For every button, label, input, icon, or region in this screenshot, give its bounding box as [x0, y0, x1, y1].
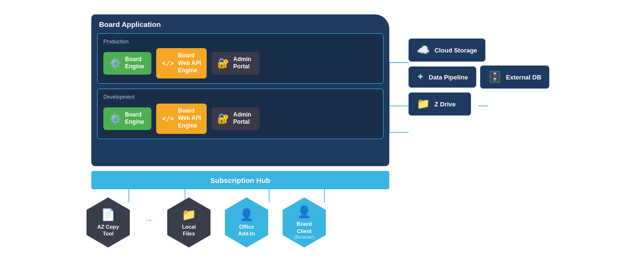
local-files-icon: 📁 [182, 208, 196, 221]
subscription-hub: Subscription Hub [91, 171, 389, 189]
admin-portal-prod: 🔐 AdminPortal [211, 52, 260, 75]
z-drive-label: Z Drive [434, 101, 456, 108]
board-client-sublabel: (Browser) [294, 234, 314, 240]
admin-portal-dev-label: AdminPortal [233, 111, 251, 126]
az-copy-hex[interactable]: 📄 AZ CopyTool [87, 197, 130, 247]
board-client-icon: 👤 [297, 205, 311, 219]
development-label: Development [103, 94, 377, 100]
office-addin-hex[interactable]: 👤 OfficeAdd-In [225, 197, 268, 247]
az-copy-icon: 📄 [101, 208, 115, 221]
shield-icon-dev: 🔐 [217, 114, 229, 123]
cloud-storage-box: ☁️ Cloud Storage [409, 39, 485, 62]
production-label: Production [103, 39, 377, 44]
office-addin-icon: 👤 [239, 208, 254, 221]
database-icon: 🗄️ [488, 71, 501, 83]
external-db-box: 🗄️ External DB [480, 65, 550, 89]
office-addin-wrapper: 👤 OfficeAdd-In [225, 197, 268, 247]
az-copy-wrapper: 📄 AZ CopyTool [87, 197, 130, 247]
web-api-dev-label: BoardWeb APIEngine [178, 107, 201, 130]
az-copy-arrow: → [144, 215, 153, 225]
board-application-title: Board Application [99, 20, 384, 28]
folder-icon: 📁 [417, 98, 430, 110]
board-engine-prod: ⚙️ BoardEngine [103, 52, 151, 75]
code-icon-dev: </> [162, 115, 174, 122]
z-drive-row: 📁 Z Drive [409, 92, 549, 116]
board-client-hex[interactable]: 👤 BoardClient (Browser) [283, 197, 326, 247]
board-engine-dev: ⚙️ BoardEngine [103, 107, 151, 130]
right-side-boxes: ☁️ Cloud Storage ✦ Data Pipeline 🗄️ Exte… [409, 39, 549, 116]
development-env-box: Development ⚙️ BoardEngine </> BoardWeb … [97, 89, 384, 139]
cloud-icon: ☁️ [417, 44, 430, 56]
development-components-row: ⚙️ BoardEngine </> BoardWeb APIEngine 🔐 … [103, 104, 377, 134]
pipeline-icon: ✦ [417, 72, 424, 82]
office-addin-label: OfficeAdd-In [238, 223, 255, 237]
hex-row: 📄 AZ CopyTool → 📁 LocalFiles 👤 OfficeAdd… [87, 197, 326, 247]
board-application-box: Board Application Production ⚙️ BoardEng… [91, 14, 389, 166]
local-files-label: LocalFiles [182, 223, 196, 237]
diagram-container: Board Application Production ⚙️ BoardEng… [58, 10, 586, 250]
z-drive-box: 📁 Z Drive [409, 92, 471, 116]
board-client-wrapper: 👤 BoardClient (Browser) [283, 197, 326, 247]
subscription-hub-label: Subscription Hub [211, 176, 271, 184]
local-files-hex[interactable]: 📁 LocalFiles [167, 197, 211, 247]
az-copy-label: AZ CopyTool [97, 223, 119, 237]
data-pipeline-label: Data Pipeline [429, 74, 468, 81]
board-engine-prod-label: BoardEngine [125, 56, 144, 71]
admin-portal-prod-label: AdminPortal [233, 56, 251, 71]
web-api-prod: </> BoardWeb APIEngine [156, 48, 207, 78]
data-pipeline-row: ✦ Data Pipeline 🗄️ External DB [409, 65, 549, 89]
external-db-label: External DB [506, 74, 542, 81]
web-api-dev: </> BoardWeb APIEngine [156, 104, 207, 134]
cloud-storage-row: ☁️ Cloud Storage [409, 39, 549, 62]
cloud-storage-label: Cloud Storage [434, 47, 477, 54]
shield-icon: 🔐 [217, 58, 229, 68]
local-files-wrapper: 📁 LocalFiles [167, 197, 211, 247]
production-components-row: ⚙️ BoardEngine </> BoardWeb APIEngine 🔐 … [103, 48, 377, 78]
gear-icon-dev: ⚙️ [109, 114, 121, 123]
production-env-box: Production ⚙️ BoardEngine </> BoardWeb A… [97, 33, 384, 84]
data-pipeline-box: ✦ Data Pipeline [409, 66, 476, 88]
admin-portal-dev: 🔐 AdminPortal [211, 107, 260, 130]
board-client-label: BoardClient [297, 221, 312, 234]
code-icon: </> [162, 60, 174, 66]
board-engine-dev-label: BoardEngine [125, 111, 144, 126]
gear-icon: ⚙️ [109, 58, 121, 68]
web-api-prod-label: BoardWeb APIEngine [178, 52, 201, 75]
